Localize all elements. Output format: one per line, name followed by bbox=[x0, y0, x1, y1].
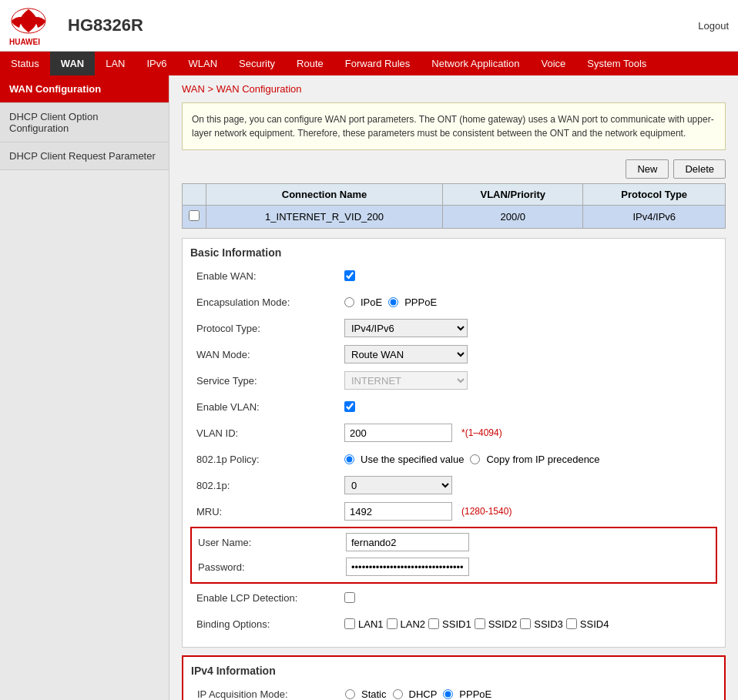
ipv4-acq-mode-row: IP Acquisition Mode: Static DHCP PPPoE bbox=[191, 683, 716, 700]
app-title: HG8326R bbox=[68, 15, 698, 35]
mru-value: (1280-1540) bbox=[344, 502, 717, 521]
table-header-protocol: Protocol Type bbox=[583, 184, 726, 206]
vlan-id-hint: *(1–4094) bbox=[461, 427, 502, 438]
sidebar-item-dhcp-option[interactable]: DHCP Client Option Configuration bbox=[0, 103, 169, 142]
enable-lcp-label: Enable LCP Detection: bbox=[190, 592, 344, 604]
service-type-label: Service Type: bbox=[190, 375, 344, 387]
ipv4-pppoe-radio[interactable] bbox=[443, 689, 453, 699]
username-input[interactable] bbox=[346, 533, 469, 551]
binding-options-value: LAN1 LAN2 SSID1 SSID2 SSID3 SSID4 bbox=[344, 618, 717, 630]
enable-wan-checkbox[interactable] bbox=[344, 270, 355, 281]
binding-ssid1-checkbox[interactable] bbox=[428, 618, 439, 629]
binding-ssid4-checkbox[interactable] bbox=[566, 618, 577, 629]
enable-vlan-value bbox=[344, 401, 717, 412]
username-value bbox=[346, 533, 716, 551]
basic-info-title: Basic Information bbox=[190, 246, 717, 259]
row-checkbox[interactable] bbox=[189, 210, 200, 221]
basic-info-section: Basic Information Enable WAN: Encapsulat… bbox=[182, 238, 726, 648]
policy-copy-radio[interactable] bbox=[470, 454, 480, 464]
wan-mode-select[interactable]: Route WAN Bridge WAN bbox=[344, 345, 468, 363]
binding-lan2-checkbox[interactable] bbox=[387, 618, 398, 629]
nav-system-tools[interactable]: System Tools bbox=[576, 52, 657, 75]
vlan-id-input[interactable] bbox=[344, 424, 452, 442]
enable-lcp-checkbox[interactable] bbox=[344, 592, 355, 603]
mru-input[interactable] bbox=[344, 502, 452, 521]
nav-bar: Status WAN LAN IPv6 WLAN Security Route … bbox=[0, 52, 738, 75]
nav-security[interactable]: Security bbox=[228, 52, 286, 75]
protocol-type-row: Protocol Type: IPv4/IPv6 bbox=[190, 317, 717, 339]
enable-wan-value bbox=[344, 270, 717, 281]
binding-ssid3-checkbox[interactable] bbox=[520, 618, 531, 629]
breadcrumb-separator: > bbox=[207, 83, 216, 95]
password-label: Password: bbox=[192, 561, 346, 573]
enable-vlan-checkbox[interactable] bbox=[344, 401, 355, 412]
password-input[interactable] bbox=[346, 558, 469, 576]
ipv4-ipv6-section: IPv4 Information IP Acquisition Mode: St… bbox=[182, 655, 726, 700]
enc-ipoe-label: IPoE bbox=[361, 296, 382, 308]
table-cell-vlan: 200/0 bbox=[443, 206, 583, 229]
new-button[interactable]: New bbox=[626, 159, 669, 179]
service-type-value: INTERNET bbox=[344, 371, 717, 390]
policy-802-1p-label: 802.1p Policy: bbox=[190, 454, 344, 465]
enc-pppoe-radio[interactable] bbox=[388, 297, 398, 307]
ipv4-pppoe-label: PPPoE bbox=[459, 688, 491, 700]
table-cell-checkbox[interactable] bbox=[183, 206, 206, 229]
service-type-select[interactable]: INTERNET bbox=[344, 371, 468, 390]
table-header-checkbox bbox=[183, 184, 206, 206]
nav-wlan[interactable]: WLAN bbox=[178, 52, 229, 75]
wan-table: Connection Name VLAN/Priority Protocol T… bbox=[182, 183, 726, 229]
encapsulation-row: Encapsulation Mode: IPoE PPPoE bbox=[190, 291, 717, 313]
nav-status[interactable]: Status bbox=[0, 52, 50, 75]
protocol-type-select[interactable]: IPv4/IPv6 bbox=[344, 319, 468, 337]
policy-802-1p-row: 802.1p Policy: Use the specified value C… bbox=[190, 448, 717, 470]
username-row: User Name: bbox=[192, 531, 716, 553]
binding-lan1-checkbox[interactable] bbox=[344, 618, 355, 629]
password-value bbox=[346, 558, 716, 576]
nav-voice[interactable]: Voice bbox=[530, 52, 576, 75]
enable-vlan-label: Enable VLAN: bbox=[190, 401, 344, 413]
breadcrumb-current: WAN Configuration bbox=[216, 83, 302, 95]
mru-label: MRU: bbox=[190, 506, 344, 517]
binding-ssid3-label: SSID3 bbox=[534, 618, 563, 630]
ipv4-acq-label: IP Acquisition Mode: bbox=[191, 688, 345, 700]
binding-options-label: Binding Options: bbox=[190, 618, 344, 630]
encapsulation-label: Encapsulation Mode: bbox=[190, 296, 344, 308]
nav-lan[interactable]: LAN bbox=[95, 52, 136, 75]
info-box: On this page, you can configure WAN port… bbox=[182, 102, 726, 150]
ipv4-dhcp-radio[interactable] bbox=[393, 689, 403, 699]
logo: HUAWEI bbox=[9, 6, 55, 45]
dot1p-select[interactable]: 0 bbox=[344, 476, 452, 494]
table-header-vlan: VLAN/Priority bbox=[443, 184, 583, 206]
binding-ssid4-label: SSID4 bbox=[580, 618, 609, 630]
logout-button[interactable]: Logout bbox=[698, 20, 729, 32]
enc-ipoe-radio[interactable] bbox=[344, 297, 354, 307]
enable-lcp-row: Enable LCP Detection: bbox=[190, 587, 717, 608]
table-row[interactable]: 1_INTERNET_R_VID_200 200/0 IPv4/IPv6 bbox=[183, 206, 726, 229]
protocol-type-label: Protocol Type: bbox=[190, 323, 344, 334]
policy-specified-label: Use the specified value bbox=[361, 454, 464, 465]
password-row: Password: bbox=[192, 556, 716, 578]
sidebar-item-wan-config[interactable]: WAN Configuration bbox=[0, 75, 169, 103]
nav-ipv6[interactable]: IPv6 bbox=[136, 52, 178, 75]
delete-button[interactable]: Delete bbox=[673, 159, 726, 179]
info-text: On this page, you can configure WAN port… bbox=[192, 114, 714, 139]
policy-802-1p-value: Use the specified value Copy from IP pre… bbox=[344, 454, 717, 465]
ipv4-acq-value: Static DHCP PPPoE bbox=[345, 688, 716, 700]
nav-route[interactable]: Route bbox=[286, 52, 334, 75]
nav-wan[interactable]: WAN bbox=[50, 52, 95, 75]
enc-pppoe-label: PPPoE bbox=[404, 296, 437, 308]
mru-row: MRU: (1280-1540) bbox=[190, 501, 717, 522]
binding-ssid1-label: SSID1 bbox=[442, 618, 471, 630]
policy-specified-radio[interactable] bbox=[344, 454, 354, 464]
main-content: WAN > WAN Configuration On this page, yo… bbox=[169, 75, 738, 700]
table-header-connection-name: Connection Name bbox=[206, 184, 443, 206]
nav-network-app[interactable]: Network Application bbox=[421, 52, 530, 75]
dot1p-label: 802.1p: bbox=[190, 480, 344, 491]
ipv4-static-radio[interactable] bbox=[345, 689, 355, 699]
ipv4-dhcp-label: DHCP bbox=[409, 688, 438, 700]
sidebar-item-dhcp-request[interactable]: DHCP Client Request Parameter bbox=[0, 142, 169, 170]
nav-forward-rules[interactable]: Forward Rules bbox=[334, 52, 421, 75]
breadcrumb: WAN > WAN Configuration bbox=[182, 83, 726, 95]
mru-hint: (1280-1540) bbox=[461, 506, 512, 517]
binding-ssid2-checkbox[interactable] bbox=[475, 618, 485, 629]
